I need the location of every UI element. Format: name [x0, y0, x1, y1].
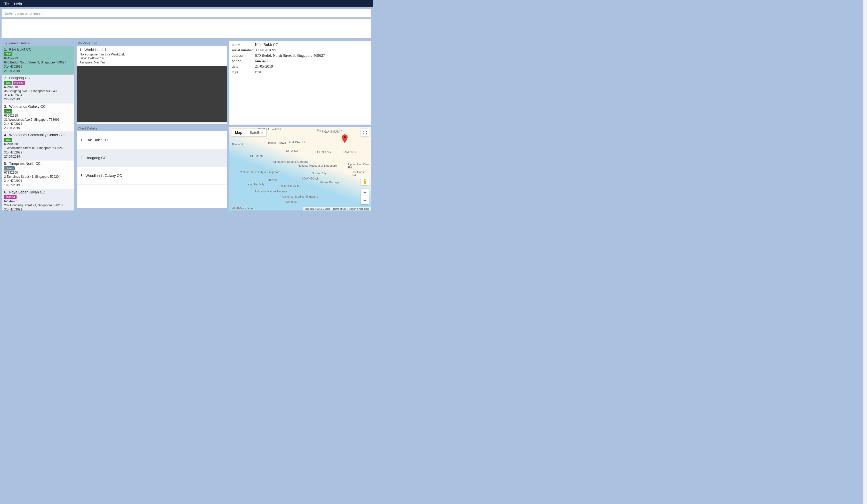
detail-value-address: 670 Bedok North Street 3, Singapore 4696… — [254, 53, 325, 58]
equipment-header: Equipment Details — [2, 41, 74, 46]
main-content: Equipment Details 1. Kaki Bukit CCeast64… — [0, 40, 373, 212]
map-tab-map[interactable]: Map — [232, 129, 246, 136]
worklist-idx: 1. — [79, 48, 83, 52]
pegman-icon — [363, 179, 367, 184]
map-place-label: Sentosa — [286, 200, 297, 203]
detail-label-date: date — [231, 64, 254, 69]
equip-address: 670 Bedok North Street 3, Singapore 4696… — [4, 61, 72, 65]
detail-value-date: 21-05-2019 — [254, 64, 325, 69]
map-panel[interactable]: Singapore CENTRAL WATERBUKIT TIMAHTOA PA… — [229, 127, 371, 210]
map-place-label: TAMPINES — [343, 150, 357, 153]
map-place-label: National University of Singapore — [240, 171, 280, 174]
equip-address: 35 Hougang Ave 3, Singapore 538840 — [4, 89, 72, 93]
map-pegman-button[interactable] — [361, 177, 369, 185]
equipment-item[interactable]: 5. Tampines North CCclosed678329002 Tamp… — [2, 161, 74, 189]
equipment-item[interactable]: 3. Woodlands Galaxy CCeast6366221831 Woo… — [2, 103, 74, 132]
svg-point-0 — [344, 136, 346, 138]
equip-phone: 63689938 — [4, 142, 72, 146]
worklist-divider — [77, 122, 227, 124]
worklist-title-text: WorkList Id: 1 — [84, 48, 106, 52]
map-place-label: Upper East Coast Rd — [348, 163, 371, 169]
equip-serial: X14H703091 — [4, 207, 72, 210]
equip-phone: 63662218 — [4, 85, 72, 89]
command-input[interactable] — [1, 9, 371, 18]
map-data-attribution: Map data ©2019 Google — [305, 208, 330, 210]
equipment-item[interactable]: 1. Kaki Bukit CCeast64454223670 Bedok No… — [2, 46, 74, 75]
tag-ongoing: ongoing — [13, 81, 25, 85]
map-terms-link[interactable]: Terms of Use — [333, 208, 346, 210]
tag-east: east — [4, 138, 12, 142]
map-place-label: NOVENA — [286, 149, 298, 152]
map-place-label: GEYLANG — [317, 150, 331, 153]
equip-idx: 4. — [4, 133, 7, 137]
equip-name: Woodlands Galaxy CC — [9, 105, 45, 109]
tag-ongoing: ongoing — [4, 195, 17, 199]
detail-value-phone: 64454223 — [254, 58, 325, 64]
equip-serial: X14H702672 — [4, 150, 72, 154]
map-place-label: PAYA LEBAR — [322, 130, 339, 133]
tag-east: east — [4, 81, 12, 85]
map-place-label: Haw Par Villa — [247, 183, 265, 186]
client-idx: 3. — [81, 174, 84, 178]
worklist-empty: No equipment in this WorkList. — [79, 52, 224, 56]
client-item[interactable]: 2. Hougang CC — [77, 149, 227, 167]
map-zoom-out[interactable]: − — [361, 197, 369, 204]
equip-date: 21-05-2019 — [4, 69, 72, 73]
worklist-item[interactable]: 1. WorkList Id: 1 No equipment in this W… — [77, 46, 227, 66]
result-display — [1, 19, 371, 38]
equipment-item[interactable]: 6. Paya Lebar Kovan CCongoing62844261207… — [2, 189, 74, 210]
map-place-label: East Coast Park — [351, 171, 371, 177]
equip-address: 2 Tampines Street 41, Singapore 529204 — [4, 175, 72, 179]
equip-address: 1 Woodlands Street 81, Singapore 738526 — [4, 146, 72, 150]
map-tab-satellite[interactable]: Satellite — [246, 129, 266, 136]
map-report-link[interactable]: Report a map error — [350, 208, 369, 210]
map-fullscreen-button[interactable] — [361, 129, 369, 136]
map-place-label: TOA PAYOH — [289, 141, 305, 144]
detail-value-name: Kaki Bukit CC — [254, 42, 325, 47]
equip-address: 207 Hougang Street 21, Singapore 530207 — [4, 203, 72, 207]
map-place-label: National Museum of Singapore — [298, 164, 337, 167]
equip-serial: X14H703071 — [4, 122, 72, 126]
command-area — [0, 7, 373, 19]
fullscreen-icon — [363, 131, 367, 134]
svg-rect-3 — [364, 182, 365, 184]
worklist-assignee-label: Assignee: — [79, 61, 94, 64]
detail-label-name: name — [231, 42, 254, 47]
tag-east: east — [4, 109, 12, 113]
equip-name: Tampines North CC — [9, 162, 41, 166]
equipment-item[interactable]: 2. Hougang CCeastongoing6366221835 Houga… — [2, 75, 74, 103]
client-item[interactable]: 3. Woodlands Galaxy CC — [77, 167, 227, 185]
equip-name: Paya Lebar Kovan CC — [9, 190, 45, 194]
equip-phone: 62844261 — [4, 199, 72, 203]
map-zoom-in[interactable]: + — [361, 189, 369, 197]
equip-name: Kaki Bukit CC — [9, 47, 31, 51]
client-item[interactable]: 1. Kaki Bukit CC — [77, 131, 227, 149]
worklist-assignee: Mei Yen — [94, 61, 105, 64]
map-place-label: CLEMENTI — [250, 154, 265, 157]
equip-idx: 3. — [4, 105, 7, 109]
equip-date: 23-05-2019 — [4, 126, 72, 130]
worklist-empty-area — [77, 66, 227, 122]
equipment-item[interactable]: 4. Woodlands Community Center Sin...east… — [2, 132, 74, 161]
menu-file[interactable]: File — [3, 2, 9, 6]
equip-phone: 64454223 — [4, 56, 72, 61]
detail-label-phone: phone — [231, 58, 254, 64]
equip-idx: 5. — [4, 162, 7, 166]
svg-rect-4 — [365, 182, 366, 184]
menu-help[interactable]: Help — [14, 2, 22, 6]
equip-name: Woodlands Community Center Sin... — [9, 133, 67, 137]
menubar: File Help — [0, 0, 373, 7]
client-list[interactable]: 1. Kaki Bukit CC2. Hougang CC3. Woodland… — [77, 131, 227, 208]
equip-address: 31 Woodlands Ave 6, Singapore 738991 — [4, 118, 72, 122]
client-name: Woodlands Galaxy CC — [85, 174, 122, 178]
equip-serial: X14H702901 — [4, 179, 72, 183]
map-place-label: Suntec City — [312, 172, 327, 175]
detail-value-tags: east — [254, 69, 325, 74]
detail-value-serial: X14H702695 — [254, 48, 325, 53]
detail-label-address: address — [231, 53, 254, 58]
worklist-header: My Work List — [77, 41, 227, 46]
tag-east: east — [4, 52, 12, 56]
equipment-list[interactable]: 1. Kaki Bukit CCeast64454223670 Bedok No… — [2, 46, 74, 210]
equip-idx: 6. — [4, 190, 7, 194]
worklist-date-label: Date: — [79, 56, 88, 60]
